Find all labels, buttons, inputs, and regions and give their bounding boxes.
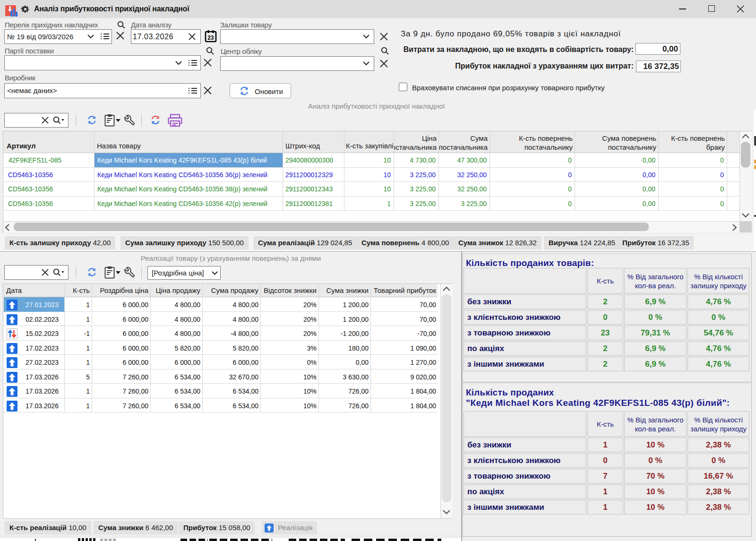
svg-text:23: 23 bbox=[207, 34, 214, 41]
